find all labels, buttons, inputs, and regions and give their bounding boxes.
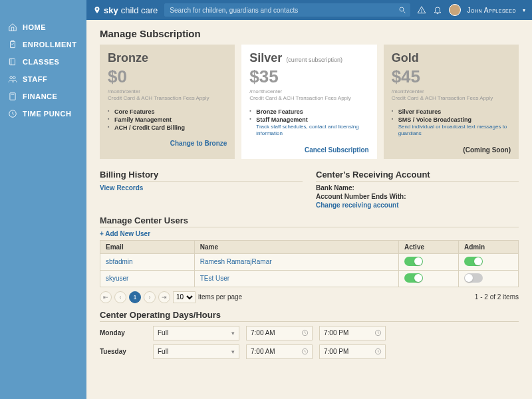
avatar[interactable]: [449, 4, 461, 16]
plan-meta: /month/centerCredit Card & ACH Transacti…: [392, 88, 511, 102]
sidebar-item-label: HOME: [23, 23, 46, 31]
sidebar-item-finance[interactable]: FINANCE: [0, 88, 86, 105]
account-ends-label: Account Number Ends With:: [316, 193, 519, 200]
admin-toggle[interactable]: [464, 273, 483, 283]
plan-name: Bronze: [108, 51, 227, 65]
bank-name-label: Bank Name:: [316, 184, 519, 192]
open-time-input[interactable]: 7:00 AM: [246, 344, 313, 359]
plan-card-gold: Gold$45/month/centerCredit Card & ACH Tr…: [384, 45, 519, 159]
clock-icon: [374, 329, 382, 336]
view-records-link[interactable]: View Records: [100, 184, 303, 192]
plan-feature: Bronze Features: [249, 108, 368, 116]
svg-line-12: [403, 11, 405, 13]
plan-feature: Core Features: [108, 108, 227, 116]
username[interactable]: John Appleseed: [467, 7, 516, 14]
table-row: sbfadminRamesh RamarajRamar: [100, 253, 519, 270]
active-toggle[interactable]: [404, 273, 423, 283]
col-active: Active: [399, 240, 459, 253]
sidebar-item-label: CLASSES: [23, 58, 59, 66]
receiving-account-heading: Center's Receiving Account: [316, 170, 519, 182]
plan-feature: ACH / Credit Card Billing: [108, 124, 227, 132]
sidebar-item-staff[interactable]: STAFF: [0, 70, 86, 88]
sidebar: HOMEENROLLMENTCLASSESSTAFFFINANCETIME PU…: [0, 0, 86, 399]
plan-price: $35: [249, 66, 368, 87]
plan-card-bronze: Bronze$0/month/centerCredit Card & ACH T…: [100, 45, 235, 159]
search-icon[interactable]: [398, 6, 406, 14]
plan-action: (Coming Soon): [392, 146, 511, 154]
pager-last[interactable]: ⇥: [158, 291, 170, 303]
day-mode-select[interactable]: Full: [153, 326, 239, 340]
change-receiving-link[interactable]: Change receiving account: [316, 201, 519, 209]
pager-next[interactable]: ›: [144, 291, 156, 303]
calc-icon: [8, 92, 17, 101]
plan-meta: /month/centerCredit Card & ACH Transacti…: [108, 88, 227, 102]
people-icon: [8, 74, 17, 84]
manage-users-heading: Manage Center Users: [100, 215, 519, 227]
hours-row: TuesdayFull7:00 AM7:00 PM: [100, 344, 519, 359]
user-email[interactable]: skyuser: [100, 270, 195, 287]
alert-icon[interactable]: [417, 5, 426, 15]
operating-hours-heading: Center Operating Days/Hours: [100, 310, 519, 322]
svg-point-11: [400, 7, 404, 11]
pager-prev[interactable]: ‹: [114, 291, 126, 303]
plan-feature: Staff ManagementTrack staff schedules, c…: [249, 116, 368, 138]
clock-icon: [374, 348, 382, 355]
pager: ⇤ ‹ 1 › ⇥ 10 items per page 1 - 2 of 2 i…: [100, 291, 519, 303]
day-label: Monday: [100, 329, 146, 336]
pager-first[interactable]: ⇤: [100, 291, 112, 303]
topbar: skychild care John Appleseed ▾: [86, 0, 532, 20]
clock-icon: [301, 348, 309, 355]
billing-history-heading: Billing History: [100, 170, 303, 182]
sidebar-item-label: ENROLLMENT: [23, 41, 76, 49]
col-email: Email: [100, 240, 195, 253]
pager-page-1[interactable]: 1: [129, 291, 141, 303]
sidebar-item-home[interactable]: HOME: [0, 19, 86, 36]
plan-feature: Family Management: [108, 116, 227, 124]
sidebar-item-label: FINANCE: [23, 92, 57, 100]
sidebar-item-label: TIME PUNCH: [23, 110, 71, 118]
plan-price: $45: [392, 66, 511, 87]
plan-feature: SMS / Voice BroadcastingSend individual …: [392, 116, 511, 138]
plan-meta: /month/centerCredit Card & ACH Transacti…: [249, 88, 368, 102]
users-table: Email Name Active Admin sbfadminRamesh R…: [100, 240, 519, 287]
add-user-link[interactable]: + Add New User: [100, 230, 519, 237]
pin-icon: [93, 6, 101, 14]
plan-action[interactable]: Change to Bronze: [108, 140, 227, 147]
day-mode-select[interactable]: Full: [153, 344, 239, 359]
active-toggle[interactable]: [404, 257, 423, 266]
user-email[interactable]: sbfadmin: [100, 253, 195, 270]
search-wrap: [164, 3, 410, 17]
book-icon: [8, 57, 17, 66]
page-title: Manage Subscription: [100, 28, 519, 39]
svg-point-3: [13, 76, 15, 79]
plan-name: Silver(current subscription): [249, 51, 368, 65]
svg-rect-4: [10, 93, 15, 100]
close-time-input[interactable]: 7:00 PM: [319, 326, 386, 340]
open-time-input[interactable]: 7:00 AM: [246, 326, 313, 340]
plan-action[interactable]: Cancel Subscription: [249, 146, 368, 154]
col-admin: Admin: [459, 240, 519, 253]
sidebar-item-label: STAFF: [23, 75, 47, 83]
search-input[interactable]: [164, 3, 410, 17]
sidebar-item-enrollment[interactable]: ENROLLMENT: [0, 36, 86, 53]
hours-row: MondayFull7:00 AM7:00 PM: [100, 326, 519, 340]
plan-name: Gold: [392, 51, 511, 65]
clock-icon: [301, 329, 309, 336]
day-label: Tuesday: [100, 348, 146, 355]
plan-feature: Silver Features: [392, 108, 511, 116]
home-icon: [8, 23, 17, 32]
plan-price: $0: [108, 66, 227, 87]
svg-point-10: [96, 8, 98, 10]
bell-icon[interactable]: [433, 5, 442, 15]
close-time-input[interactable]: 7:00 PM: [319, 344, 386, 359]
admin-toggle[interactable]: [464, 257, 483, 266]
user-name[interactable]: Ramesh RamarajRamar: [194, 253, 398, 270]
user-name[interactable]: TEst User: [194, 270, 398, 287]
brand-logo: skychild care: [93, 5, 158, 15]
sidebar-item-time-punch[interactable]: TIME PUNCH: [0, 105, 86, 122]
sidebar-item-classes[interactable]: CLASSES: [0, 53, 86, 70]
page-size-select[interactable]: 10: [173, 291, 196, 303]
svg-point-2: [10, 76, 12, 79]
per-page-label: items per page: [198, 293, 242, 301]
chevron-down-icon[interactable]: ▾: [523, 7, 525, 13]
